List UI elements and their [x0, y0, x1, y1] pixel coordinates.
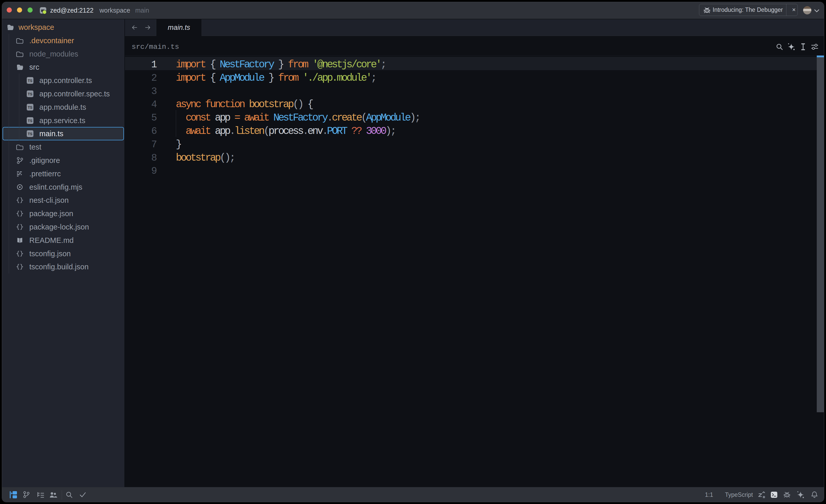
- svg-text:TS: TS: [28, 79, 33, 83]
- svg-text:TS: TS: [28, 132, 33, 136]
- svg-text:TS: TS: [28, 92, 33, 96]
- svg-text:TS: TS: [28, 105, 33, 110]
- svg-text:TS: TS: [28, 119, 33, 123]
